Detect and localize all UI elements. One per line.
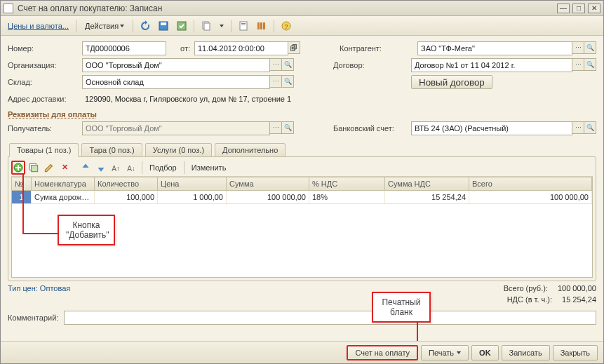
save-icon[interactable] [156, 18, 171, 34]
refresh-icon[interactable] [137, 18, 153, 34]
number-label: Номер: [8, 44, 78, 53]
bank-input[interactable]: ВТБ 24 (ЗАО) (Расчетный) [411, 121, 572, 135]
grid-edit-button[interactable]: Изменить [187, 163, 231, 172]
cell-sum-nds[interactable]: 15 254,24 [385, 191, 469, 203]
contragent-input[interactable]: ЗАО "ТФ-Мега" [417, 41, 572, 55]
main-toolbar: Цены и валюта... Действия ? [1, 16, 603, 36]
recipient-select-button[interactable] [269, 121, 282, 134]
tab-services[interactable]: Услуги (0 поз.) [145, 143, 212, 157]
add-row-button[interactable] [11, 161, 25, 175]
report-icon[interactable] [236, 18, 251, 34]
contragent-select-button[interactable] [572, 41, 584, 54]
save-button[interactable]: Записать [502, 345, 550, 360]
warehouse-input[interactable]: Основной склад [82, 75, 270, 89]
cell-rownum: 1 [12, 191, 32, 203]
recipient-open-button[interactable] [281, 121, 294, 134]
comment-label: Комментарий: [8, 314, 58, 322]
move-down-icon[interactable] [94, 161, 108, 175]
warehouse-select-button[interactable] [269, 75, 282, 88]
org-select-button[interactable] [269, 58, 282, 71]
tabs: Товары (1 поз.) Тара (0 поз.) Услуги (0 … [8, 142, 596, 156]
callout-add-line [22, 174, 24, 234]
warehouse-label: Склад: [8, 78, 78, 86]
svg-rect-6 [241, 23, 246, 24]
edit-row-icon[interactable] [42, 161, 56, 175]
new-contract-button[interactable]: Новый договор [411, 75, 492, 89]
tab-panel-goods: ✕ A↑ A↓ Подбор Изменить № Номенклатура К… [8, 156, 596, 281]
contract-input[interactable]: Договор №1 от 11 04 2012 г. [411, 58, 572, 72]
recipient-label: Получатель: [8, 124, 78, 133]
org-open-button[interactable] [281, 58, 294, 71]
cell-sum[interactable]: 100 000,00 [227, 191, 309, 203]
bank-open-button[interactable] [584, 121, 596, 134]
titlebar: Счет на оплату покупателю: Записан — □ ✕ [1, 1, 603, 16]
callout-print: Печатный бланк [372, 292, 431, 323]
invoice-print-button[interactable]: Счет на оплату [347, 345, 418, 360]
svg-rect-4 [204, 23, 210, 30]
comment-input[interactable] [64, 311, 596, 325]
contract-select-button[interactable] [572, 58, 584, 71]
delete-row-icon[interactable]: ✕ [58, 161, 72, 175]
table-row[interactable]: 1 Сумка дорожн... 100,000 1 000,00 100 0… [12, 191, 592, 204]
svg-rect-15 [32, 165, 38, 171]
col-number[interactable]: № [12, 177, 32, 190]
close-window-button[interactable]: ✕ [588, 4, 600, 13]
requisites-header: Реквизиты для оплаты [8, 110, 596, 119]
tab-tare[interactable]: Тара (0 поз.) [81, 143, 142, 157]
footer: Счет на оплату Печать OK Записать Закрыт… [1, 341, 603, 363]
svg-rect-7 [241, 25, 246, 25]
col-nds[interactable]: % НДС [309, 177, 385, 190]
date-picker-button[interactable]: 🗐 [288, 41, 300, 54]
nds-value: 15 254,24 [562, 295, 596, 304]
cell-total[interactable]: 100 000,00 [469, 191, 592, 203]
bank-select-button[interactable] [572, 121, 584, 134]
org-input[interactable]: ООО "Торговый Дом" [82, 58, 270, 72]
total-label: Всего (руб.): [504, 284, 548, 292]
document-icon [4, 4, 13, 13]
minimize-button[interactable]: — [557, 4, 570, 13]
sort-desc-icon[interactable]: A↓ [125, 161, 139, 175]
col-total[interactable]: Всего [469, 177, 592, 190]
sort-asc-icon[interactable]: A↑ [109, 161, 123, 175]
grid-select-button[interactable]: Подбор [145, 163, 181, 172]
cell-price[interactable]: 1 000,00 [158, 191, 227, 203]
move-up-icon[interactable] [79, 161, 93, 175]
svg-text:A↓: A↓ [127, 164, 135, 172]
col-nomenclature[interactable]: Номенклатура [32, 177, 95, 190]
svg-rect-8 [257, 22, 260, 29]
close-button[interactable]: Закрыть [553, 345, 598, 360]
basedon-dropdown[interactable] [217, 18, 227, 34]
recipient-input[interactable]: ООО "Торговый Дом" [82, 121, 270, 135]
prices-currency-link[interactable]: Цены и валюта... [5, 22, 72, 30]
nds-label: НДС (в т. ч.): [507, 295, 552, 304]
tab-goods[interactable]: Товары (1 поз.) [9, 143, 79, 157]
callout-add: Кнопка "Добавить" [58, 215, 115, 245]
basedon-icon[interactable] [199, 18, 214, 34]
col-sum-nds[interactable]: Сумма НДС [385, 177, 469, 190]
help-icon[interactable]: ? [278, 18, 294, 34]
contract-label: Договор: [333, 61, 407, 69]
date-input[interactable]: 11.04.2012 0:00:00 [194, 41, 288, 55]
total-value: 100 000,00 [558, 284, 596, 292]
contract-open-button[interactable] [584, 58, 596, 71]
contragent-open-button[interactable] [584, 41, 596, 54]
col-sum[interactable]: Сумма [227, 177, 309, 190]
copy-row-icon[interactable] [27, 161, 41, 175]
warehouse-open-button[interactable] [281, 75, 294, 88]
maximize-button[interactable]: □ [572, 4, 585, 13]
ok-button[interactable]: OK [471, 345, 499, 360]
actions-dropdown[interactable]: Действия [81, 18, 128, 34]
cell-nds[interactable]: 18% [309, 191, 385, 203]
structure-icon[interactable] [254, 18, 269, 34]
number-input[interactable]: ТД00000006 [82, 41, 166, 55]
cell-qty[interactable]: 100,000 [95, 191, 158, 203]
cell-nomenclature[interactable]: Сумка дорожн... [32, 191, 95, 203]
svg-rect-9 [260, 22, 262, 29]
col-quantity[interactable]: Количество [95, 177, 158, 190]
post-icon[interactable] [174, 18, 189, 34]
svg-text:?: ? [285, 23, 288, 30]
col-price[interactable]: Цена [158, 177, 227, 190]
tab-extra[interactable]: Дополнительно [215, 143, 286, 157]
svg-rect-5 [240, 22, 247, 30]
print-dropdown[interactable]: Печать [421, 345, 469, 360]
